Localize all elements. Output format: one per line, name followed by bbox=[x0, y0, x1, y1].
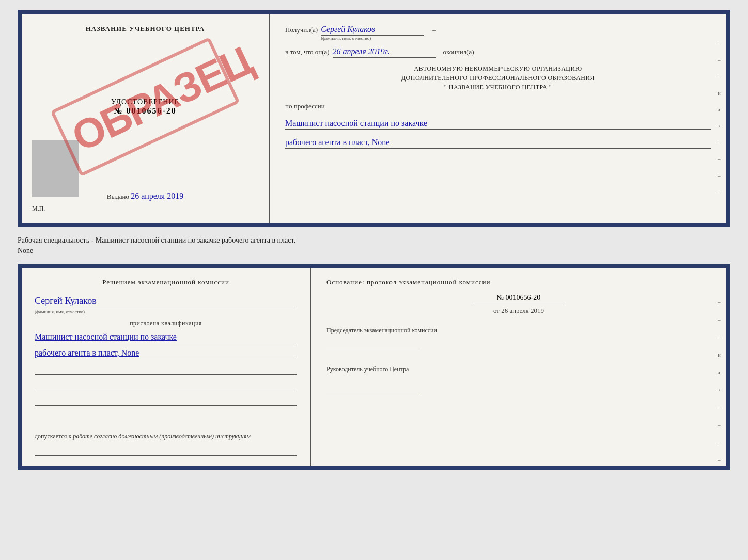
top-doc-left: НАЗВАНИЕ УЧЕБНОГО ЦЕНТРА УДОСТОВЕРЕНИЕ №… bbox=[22, 14, 270, 223]
top-doc-right: Получил(а) Сергей Кулаков (фамилия, имя,… bbox=[270, 14, 726, 223]
bottom-certificate: Решением экзаменационной комиссии Сергей… bbox=[18, 264, 730, 470]
mp-line: М.П. bbox=[32, 205, 45, 213]
qualification-line1: Машинист насосной станции по закачке bbox=[35, 332, 297, 343]
qualification-line2: рабочего агента в пласт, None bbox=[35, 348, 297, 359]
chairman-sign-line bbox=[326, 338, 419, 350]
finished-label: окончил(а) bbox=[443, 48, 474, 56]
admission-label: допускается к bbox=[35, 433, 71, 440]
profession-line1: Машинист насосной станции по закачке bbox=[285, 119, 711, 130]
top-certificate: НАЗВАНИЕ УЧЕБНОГО ЦЕНТРА УДОСТОВЕРЕНИЕ №… bbox=[18, 10, 730, 227]
bottom-doc-left: Решением экзаменационной комиссии Сергей… bbox=[22, 268, 311, 466]
cert-number: № 0010656-20 bbox=[111, 106, 179, 116]
between-text: Рабочая специальность - Машинист насосно… bbox=[18, 235, 730, 255]
admission-detail: работе согласно должностным (производств… bbox=[73, 433, 251, 440]
director-sign-line bbox=[326, 384, 419, 396]
qualification-label: присвоена квалификация bbox=[35, 319, 297, 327]
chairman-block: Председатель экзаменационной комиссии bbox=[326, 326, 711, 350]
date-line: в том, что он(а) 26 апреля 2019г. окончи… bbox=[285, 47, 711, 58]
basis-title: Основание: протокол экзаменационной коми… bbox=[326, 278, 711, 286]
bottom-side-marks: – – – и а ← – – – – bbox=[718, 299, 723, 463]
director-label: Руководитель учебного Центра bbox=[326, 365, 711, 374]
org-line2: ДОПОЛНИТЕЛЬНОГО ПРОФЕССИОНАЛЬНОГО ОБРАЗО… bbox=[285, 73, 711, 83]
date-value: 26 апреля 2019г. bbox=[333, 47, 436, 58]
profession-label: по профессии bbox=[285, 102, 711, 110]
received-name: Сергей Кулаков bbox=[321, 25, 424, 36]
issued-label: Выдано bbox=[107, 193, 129, 200]
chairman-label: Председатель экзаменационной комиссии bbox=[326, 326, 711, 335]
org-line1: АВТОНОМНУЮ НЕКОММЕРЧЕСКУЮ ОРГАНИЗАЦИЮ bbox=[285, 64, 711, 73]
bottom-doc-right: Основание: протокол экзаменационной коми… bbox=[311, 268, 726, 466]
protocol-number: № 0010656-20 bbox=[472, 294, 565, 303]
protocol-date: от 26 апреля 2019 bbox=[493, 307, 544, 315]
org-block: АВТОНОМНУЮ НЕКОММЕРЧЕСКУЮ ОРГАНИЗАЦИЮ ДО… bbox=[285, 64, 711, 92]
blank-line-4 bbox=[35, 445, 297, 456]
profession-line2: рабочего агента в пласт, None bbox=[285, 138, 711, 149]
org-line3: " НАЗВАНИЕ УЧЕБНОГО ЦЕНТРА " bbox=[285, 83, 711, 92]
cert-label: УДОСТОВЕРЕНИЕ bbox=[111, 98, 179, 106]
decision-title: Решением экзаменационной комиссии bbox=[35, 278, 297, 286]
protocol-date-value: 26 апреля 2019 bbox=[501, 307, 544, 314]
received-line: Получил(а) Сергей Кулаков (фамилия, имя,… bbox=[285, 25, 711, 41]
name-hint-bottom: (фамилия, имя, отчество) bbox=[35, 309, 297, 314]
side-marks: – – – и а ← – – – – bbox=[718, 40, 723, 195]
blank-line-1 bbox=[35, 364, 297, 375]
issued-line: Выдано 26 апреля 2019 bbox=[107, 176, 183, 201]
person-name: Сергей Кулаков bbox=[35, 296, 297, 308]
received-label: Получил(а) bbox=[285, 26, 318, 34]
protocol-date-prefix: от bbox=[493, 307, 500, 314]
received-hint: (фамилия, имя, отчество) bbox=[321, 36, 371, 41]
top-left-title: НАЗВАНИЕ УЧЕБНОГО ЦЕНТРА bbox=[86, 25, 205, 33]
admission-text: допускается к работе согласно должностны… bbox=[35, 433, 297, 440]
between-line2: None bbox=[18, 246, 730, 256]
issued-date: 26 апреля 2019 bbox=[131, 191, 183, 200]
date-label: в том, что он(а) bbox=[285, 48, 330, 56]
blank-line-2 bbox=[35, 380, 297, 390]
blank-line-3 bbox=[35, 395, 297, 406]
between-line1: Рабочая специальность - Машинист насосно… bbox=[18, 235, 730, 246]
